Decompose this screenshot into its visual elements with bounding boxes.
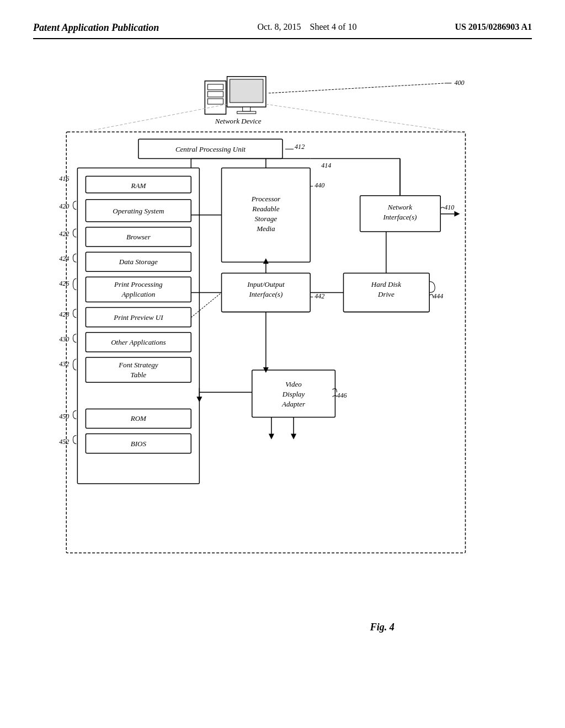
- font-strategy-label: Font Strategy: [118, 361, 158, 369]
- ref-400: 400: [454, 79, 464, 87]
- ref-432: 432: [59, 360, 69, 368]
- rom-label: ROM: [130, 414, 147, 422]
- header-date: Oct. 8, 2015: [257, 22, 301, 31]
- data-storage-label: Data Storage: [119, 258, 158, 266]
- ref-424: 424: [59, 255, 69, 263]
- ref-442: 442: [315, 292, 324, 300]
- svg-line-68: [266, 104, 465, 133]
- network-device-label: Network Device: [215, 117, 262, 125]
- header-right: US 2015/0286903 A1: [455, 22, 532, 32]
- os-label: Operating System: [113, 207, 164, 215]
- fig-label: Fig. 4: [370, 622, 395, 633]
- svg-rect-7: [207, 99, 223, 104]
- ref-430: 430: [59, 335, 69, 343]
- svg-text:Interface(s): Interface(s): [383, 213, 417, 221]
- svg-rect-1: [230, 79, 263, 103]
- svg-text:Adapter: Adapter: [281, 400, 306, 408]
- browser-label: Browser: [126, 233, 151, 241]
- print-proc-label: Print Processing: [114, 280, 163, 288]
- svg-text:Storage: Storage: [255, 215, 278, 223]
- header-left: Patent Application Publication: [33, 22, 159, 34]
- svg-line-67: [78, 104, 227, 133]
- proc-readable-label1: Processor: [251, 195, 281, 203]
- ref-416: 416: [59, 175, 69, 183]
- hdd-label1: Hard Disk: [371, 280, 401, 288]
- ref-410: 410: [444, 204, 454, 211]
- page: Patent Application Publication Oct. 8, 2…: [0, 0, 565, 728]
- svg-text:Drive: Drive: [377, 291, 395, 299]
- ref-414: 414: [321, 162, 331, 169]
- io-label1: Input/Output: [247, 280, 285, 288]
- svg-rect-2: [243, 107, 250, 111]
- ram-label: RAM: [130, 181, 146, 190]
- ref-412: 412: [295, 143, 305, 151]
- patent-diagram: .diag-text { font-family: 'Times New Rom…: [33, 56, 532, 662]
- ref-446: 446: [337, 392, 347, 399]
- svg-rect-6: [207, 92, 223, 97]
- svg-rect-5: [207, 84, 223, 90]
- ref-428: 428: [59, 311, 69, 318]
- header: Patent Application Publication Oct. 8, 2…: [33, 22, 532, 39]
- ref-452: 452: [59, 438, 69, 446]
- ref-420: 420: [59, 202, 69, 210]
- vda-label1: Video: [285, 380, 302, 388]
- svg-line-8: [269, 83, 446, 93]
- net-interface-label1: Network: [387, 203, 412, 211]
- bios-label: BIOS: [131, 440, 147, 448]
- ref-444: 444: [433, 292, 443, 300]
- ref-450: 450: [59, 413, 69, 420]
- other-apps-label: Other Applications: [111, 338, 166, 346]
- header-center: Oct. 8, 2015 Sheet 4 of 10: [257, 22, 356, 32]
- svg-text:Display: Display: [282, 390, 305, 398]
- svg-text:Table: Table: [131, 371, 147, 379]
- svg-text:Media: Media: [256, 224, 275, 233]
- ref-426: 426: [59, 280, 69, 287]
- svg-text:Readable: Readable: [252, 205, 279, 213]
- ref-440: 440: [315, 181, 324, 189]
- ref-422: 422: [59, 230, 69, 238]
- diagram-area: .diag-text { font-family: 'Times New Rom…: [33, 56, 532, 662]
- svg-text:Application: Application: [121, 291, 155, 299]
- svg-text:Interface(s): Interface(s): [248, 291, 282, 299]
- cpu-label: Central Processing Unit: [175, 145, 246, 153]
- print-preview-label: Print Preview UI: [113, 313, 163, 322]
- svg-rect-3: [237, 111, 256, 114]
- header-sheet: Sheet 4 of 10: [310, 22, 357, 31]
